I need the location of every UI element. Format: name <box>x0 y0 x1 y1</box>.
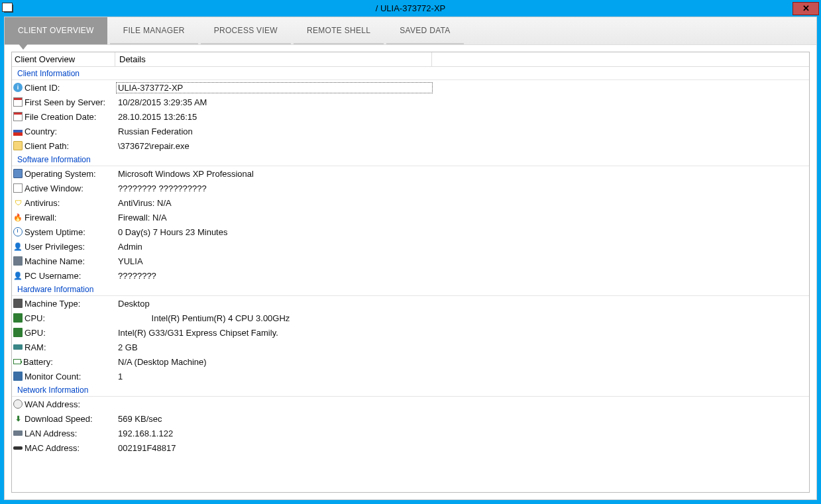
value: 192.168.1.122 <box>117 428 432 438</box>
label: Country: <box>25 126 57 136</box>
column-headers: Client Overview Details <box>12 52 809 67</box>
monitor-icon <box>13 169 23 178</box>
row-network-3[interactable]: MAC Address:002191F48817 <box>12 440 809 455</box>
shield-icon: 🛡 <box>13 198 23 207</box>
value: Intel(R) G33/G31 Express Chipset Family. <box>117 328 432 338</box>
value: 569 KB/sec <box>117 414 432 424</box>
row-software-0[interactable]: Operating System:Microsoft Windows XP Pr… <box>12 166 809 181</box>
value: 10/28/2015 3:29:35 AM <box>117 97 432 107</box>
close-button[interactable]: ✕ <box>793 2 819 15</box>
label: Download Speed: <box>25 414 93 424</box>
value: \373672\repair.exe <box>117 141 432 151</box>
value: 1 <box>117 372 432 381</box>
row-hardware-4[interactable]: Battery:N/A (Desktop Machine) <box>12 354 809 369</box>
label: File Creation Date: <box>25 112 96 122</box>
moncount-icon <box>13 372 23 381</box>
section-hardware: Hardware Information <box>12 283 809 296</box>
row-software-2[interactable]: 🛡Antivirus:AntiVirus: N/A <box>12 195 809 210</box>
window-icon <box>4 5 13 13</box>
machine-icon <box>13 256 23 266</box>
row-software-3[interactable]: 🔥Firewall:Firewall: N/A <box>12 210 809 225</box>
row-software-5[interactable]: 👤User Privileges:Admin <box>12 239 809 254</box>
row-client-0[interactable]: iClient ID:ULIA-373772-XP <box>12 80 809 95</box>
lan-icon <box>13 430 23 436</box>
label: Active Window: <box>25 183 83 193</box>
value: Desktop <box>117 299 432 309</box>
folder-icon <box>13 141 23 150</box>
row-hardware-1[interactable]: CPU: Intel(R) Pentium(R) 4 CPU 3.00GHz <box>12 311 809 325</box>
cal-icon <box>13 97 23 107</box>
row-software-1[interactable]: Active Window:???????? ?????????? <box>12 181 809 195</box>
row-software-6[interactable]: Machine Name:YULIA <box>12 254 809 268</box>
row-network-1[interactable]: ⬇Download Speed:569 KB/sec <box>12 411 809 426</box>
value: N/A (Desktop Machine) <box>117 357 432 367</box>
tab-process-view[interactable]: PROCESS VIEW <box>201 17 291 44</box>
label: LAN Address: <box>25 428 78 438</box>
label: WAN Address: <box>25 399 80 409</box>
user-icon: 👤 <box>13 242 23 251</box>
label: GPU: <box>25 328 46 338</box>
value: Intel(R) Pentium(R) 4 CPU 3.00GHz <box>117 313 432 323</box>
label: Monitor Count: <box>25 372 81 381</box>
row-software-7[interactable]: 👤PC Username:???????? <box>12 268 809 283</box>
clock-icon <box>13 227 23 236</box>
cal-icon <box>13 112 23 121</box>
pc-icon: 👤 <box>13 271 23 280</box>
section-client: Client Information <box>12 67 809 80</box>
row-network-0[interactable]: WAN Address: <box>12 397 809 411</box>
value: Russian Federation <box>117 126 432 136</box>
label: RAM: <box>25 342 46 352</box>
tab-file-manager[interactable]: FILE MANAGER <box>110 17 198 44</box>
desktop-icon <box>13 299 23 308</box>
tab-client-overview[interactable]: CLIENT OVERVIEW <box>5 17 107 44</box>
titlebar: / ULIA-373772-XP ✕ <box>0 0 821 17</box>
label: PC Username: <box>25 271 81 281</box>
globe-icon <box>13 399 23 409</box>
label: Machine Type: <box>25 299 80 309</box>
tabbar: CLIENT OVERVIEWFILE MANAGERPROCESS VIEWR… <box>5 17 816 45</box>
value: 002191F48817 <box>117 443 432 453</box>
value: Microsoft Windows XP Professional <box>117 169 432 179</box>
value: AntiVirus: N/A <box>117 198 432 208</box>
label: User Privileges: <box>25 242 85 252</box>
label: Operating System: <box>25 169 96 179</box>
row-software-4[interactable]: System Uptime:0 Day(s) 7 Hours 23 Minute… <box>12 225 809 239</box>
row-hardware-0[interactable]: Machine Type:Desktop <box>12 296 809 311</box>
value: ???????? ?????????? <box>117 183 432 193</box>
window-title: / ULIA-373772-XP <box>376 3 446 13</box>
value: ULIA-373772-XP <box>117 83 432 93</box>
row-client-1[interactable]: First Seen by Server:10/28/2015 3:29:35 … <box>12 95 809 109</box>
section-network: Network Information <box>12 383 809 397</box>
mac-icon <box>13 446 23 450</box>
header-col-overview[interactable]: Client Overview <box>12 52 115 66</box>
value: 2 GB <box>117 342 432 352</box>
value: ???????? <box>117 271 432 281</box>
header-col-details[interactable]: Details <box>115 52 432 66</box>
row-client-4[interactable]: Client Path:\373672\repair.exe <box>12 138 809 153</box>
value: YULIA <box>117 256 432 266</box>
row-network-2[interactable]: LAN Address:192.168.1.122 <box>12 426 809 440</box>
flag-icon <box>13 126 23 136</box>
label: Client ID: <box>25 83 60 93</box>
tab-remote-shell[interactable]: REMOTE SHELL <box>294 17 384 44</box>
row-hardware-5[interactable]: Monitor Count:1 <box>12 369 809 383</box>
info-icon: i <box>13 83 23 92</box>
label: MAC Address: <box>25 443 80 453</box>
label: Antivirus: <box>25 198 60 208</box>
value: 28.10.2015 13:26:15 <box>117 112 432 122</box>
value: Firewall: N/A <box>117 213 432 223</box>
row-hardware-2[interactable]: GPU:Intel(R) G33/G31 Express Chipset Fam… <box>12 325 809 340</box>
cpu-icon <box>13 313 23 323</box>
battery-icon <box>13 359 21 364</box>
tab-saved-data[interactable]: SAVED DATA <box>386 17 463 44</box>
label: Battery: <box>23 357 53 367</box>
label: CPU: <box>25 313 45 323</box>
row-client-3[interactable]: Country:Russian Federation <box>12 124 809 138</box>
window-icon <box>13 183 23 193</box>
ram-icon <box>13 344 23 350</box>
row-hardware-3[interactable]: RAM:2 GB <box>12 340 809 354</box>
row-client-2[interactable]: File Creation Date:28.10.2015 13:26:15 <box>12 109 809 124</box>
value: Admin <box>117 242 432 252</box>
label: System Uptime: <box>25 227 85 237</box>
content-panel: Client Overview Details Client Informati… <box>11 52 810 493</box>
